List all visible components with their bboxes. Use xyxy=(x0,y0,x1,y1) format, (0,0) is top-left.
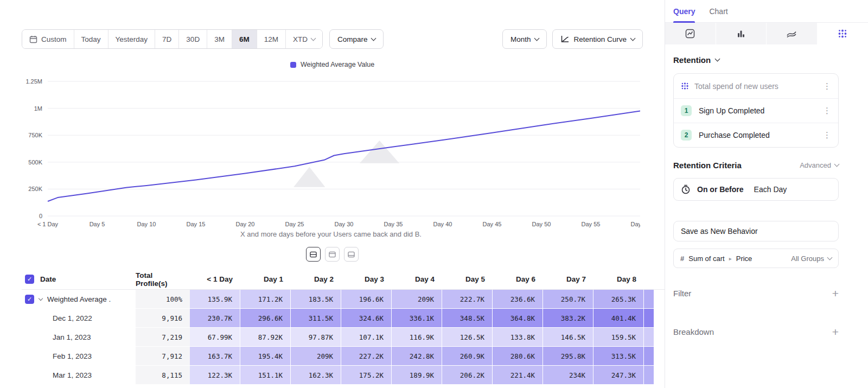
table-layout-footer-button[interactable] xyxy=(344,247,359,262)
sidebar-body: Retention Total spend of new users ⋮ 1 S… xyxy=(665,55,868,338)
total-cell: 100% xyxy=(136,290,190,309)
svg-text:Day 45: Day 45 xyxy=(483,221,502,227)
step-number-badge: 2 xyxy=(681,130,692,141)
compare-button[interactable]: Compare xyxy=(329,29,384,49)
group-selector[interactable]: All Groups xyxy=(791,255,832,263)
row-label-cell: Feb 1, 2023 xyxy=(22,347,136,366)
header-col: Day 3 xyxy=(341,269,392,289)
range-xtd[interactable]: XTD xyxy=(285,30,322,48)
measure-selector[interactable]: # Sum of cart ▸ Price All Groups xyxy=(673,249,839,268)
table-cell: 135.9K xyxy=(190,290,240,309)
add-breakdown-button[interactable]: + xyxy=(832,326,839,338)
table-cell: 324.6K xyxy=(341,309,392,328)
line-chart-icon[interactable] xyxy=(665,23,716,44)
table-row: Jan 1, 20237,21967.99K87.92K97.87K107.1K… xyxy=(22,328,665,347)
table-cell: 383.2K xyxy=(543,309,593,328)
granularity-label: Month xyxy=(510,35,531,43)
legend-swatch xyxy=(290,62,296,68)
row-checkbox[interactable]: ✓ xyxy=(25,295,34,304)
svg-text:Day 15: Day 15 xyxy=(187,221,206,227)
report-type-selector[interactable]: Retention xyxy=(673,55,839,65)
table-cell: 280.6K xyxy=(493,347,543,366)
table-cell: 163.7K xyxy=(190,347,240,366)
bar-chart-icon[interactable] xyxy=(716,23,767,44)
row-label: Weighted Average ... xyxy=(47,295,111,303)
scatter-grid-icon[interactable] xyxy=(818,23,868,44)
header-col: < 1 Day xyxy=(190,269,240,289)
step-menu-icon[interactable]: ⋮ xyxy=(823,130,831,140)
table-cell: 401.4K xyxy=(593,309,644,328)
retention-line-chart[interactable]: 0250K500K750K1M1.25M< 1 DayDay 5Day 10Da… xyxy=(16,69,640,228)
table-cell: 348.5K xyxy=(442,309,493,328)
svg-text:750K: 750K xyxy=(28,132,42,138)
step-number-badge: 1 xyxy=(681,105,692,116)
behavior-step-1[interactable]: 1 Sign Up Completed ⋮ xyxy=(674,98,838,123)
range-yesterday[interactable]: Yesterday xyxy=(108,30,155,48)
behavior-header[interactable]: Total spend of new users ⋮ xyxy=(674,74,838,98)
add-filter-button[interactable]: + xyxy=(832,288,839,299)
header-col: Total Profile(s) xyxy=(136,269,190,289)
table-layout-header-button[interactable] xyxy=(325,247,340,262)
header-date: ✓Date xyxy=(22,269,136,289)
tab-query[interactable]: Query xyxy=(673,0,695,22)
table-cell: 234K xyxy=(543,366,593,385)
tab-chart[interactable]: Chart xyxy=(709,0,727,22)
svg-text:< 1 Day: < 1 Day xyxy=(37,221,59,227)
table-cell: 206.2K xyxy=(442,366,493,385)
row-label-cell: ✓Weighted Average ... xyxy=(22,290,136,309)
table-row: ✓Weighted Average ...100%135.9K171.2K183… xyxy=(22,290,665,309)
range-custom[interactable]: Custom xyxy=(22,30,74,48)
clock-icon xyxy=(681,185,691,194)
retention-criteria-row: Retention Criteria Advanced xyxy=(673,161,839,170)
table-cell: 162.3K xyxy=(291,366,341,385)
svg-text:Day 50: Day 50 xyxy=(532,221,551,227)
svg-text:Day 60: Day 60 xyxy=(631,221,640,227)
table-cell: 364.8K xyxy=(493,309,543,328)
header-col: Day 4 xyxy=(392,269,442,289)
range-6m[interactable]: 6M xyxy=(232,30,257,48)
table-row: Feb 1, 20237,912163.7K195.4K209K227.2K24… xyxy=(22,347,665,366)
stream-chart-icon[interactable] xyxy=(767,23,818,44)
table-view-toggles xyxy=(0,247,665,262)
step-menu-icon[interactable]: ⋮ xyxy=(823,106,831,116)
partial-cell xyxy=(644,290,654,309)
table-layout-split-button[interactable] xyxy=(306,247,321,262)
breakdown-label: Breakdown xyxy=(673,327,714,336)
table-cell: 250.7K xyxy=(543,290,593,309)
row-label-cell: Mar 1, 2023 xyxy=(22,366,136,385)
row-expander-icon[interactable] xyxy=(39,296,43,301)
table-cell: 107.1K xyxy=(341,328,392,347)
range-12m[interactable]: 12M xyxy=(257,30,285,48)
chart-area: 0250K500K750K1M1.25M< 1 DayDay 5Day 10Da… xyxy=(16,69,665,230)
chart-type-button[interactable]: Retention Curve xyxy=(552,29,643,49)
behavior-menu-icon[interactable]: ⋮ xyxy=(823,81,831,91)
svg-text:1M: 1M xyxy=(34,105,42,112)
toolbar-right: Month Retention Curve xyxy=(502,29,643,49)
range-today[interactable]: Today xyxy=(74,30,108,48)
range-30d[interactable]: 30D xyxy=(178,30,207,48)
header-col: Day 6 xyxy=(493,269,543,289)
save-behavior-button[interactable]: Save as New Behavior xyxy=(673,221,839,241)
partial-cell xyxy=(644,347,654,366)
total-cell: 7,912 xyxy=(136,347,190,366)
select-all-checkbox[interactable]: ✓ xyxy=(25,275,34,284)
granularity-button[interactable]: Month xyxy=(502,29,547,49)
table-cell: 222.7K xyxy=(442,290,493,309)
behavior-step-2[interactable]: 2 Purchase Completed ⋮ xyxy=(674,123,838,147)
advanced-toggle[interactable]: Advanced xyxy=(800,161,839,169)
row-label-cell: Jan 1, 2023 xyxy=(22,328,136,347)
chevron-down-icon xyxy=(715,56,720,62)
calendar-icon xyxy=(29,35,37,43)
retention-timing-selector[interactable]: On or Before Each Day xyxy=(673,178,839,201)
header-col: Day 5 xyxy=(442,269,493,289)
range-7d[interactable]: 7D xyxy=(155,30,178,48)
table-cell: 171.2K xyxy=(240,290,291,309)
header-col: Day 7 xyxy=(543,269,593,289)
range-3m[interactable]: 3M xyxy=(207,30,232,48)
compare-label: Compare xyxy=(337,35,368,43)
breakdown-section: Breakdown + xyxy=(673,326,839,338)
breadcrumb-arrow-icon: ▸ xyxy=(729,256,732,262)
partial-cell xyxy=(644,328,654,347)
row-label: Feb 1, 2023 xyxy=(53,352,92,360)
header-col: Day 2 xyxy=(291,269,341,289)
